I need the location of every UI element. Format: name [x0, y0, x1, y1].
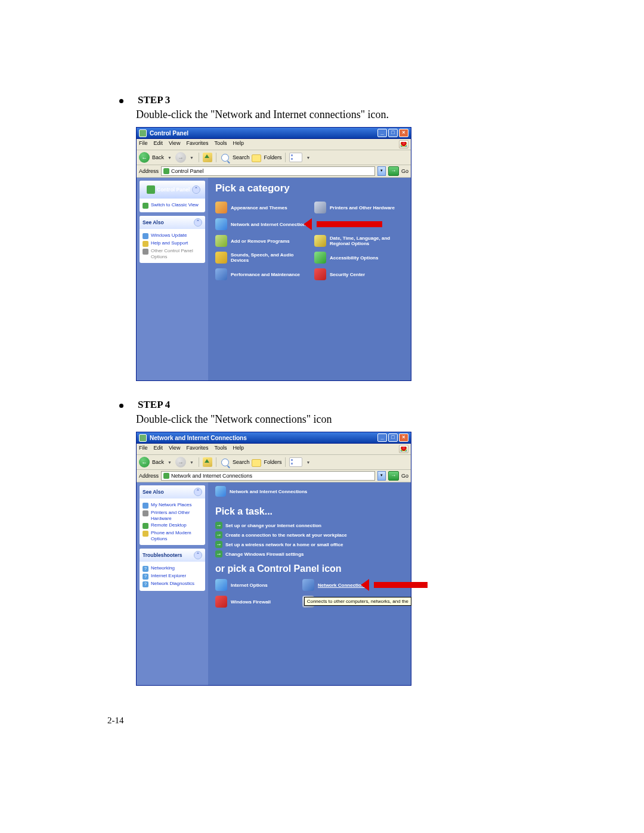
menu-favorites[interactable]: Favorites: [186, 140, 208, 148]
windows-update-link[interactable]: Windows Update: [143, 233, 202, 239]
step4-desc: Double-click the "Network connections" i…: [136, 413, 549, 426]
sidebar-head-seealso[interactable]: See Also⌃: [140, 216, 205, 229]
folders-label[interactable]: Folders: [264, 154, 281, 160]
collapse-icon[interactable]: ⌃: [194, 488, 202, 496]
sidebar: See Also⌃ My Network Places Printers and…: [137, 482, 208, 685]
close-button[interactable]: ×: [399, 433, 408, 442]
up-button[interactable]: [203, 457, 212, 467]
sidebar-head-seealso[interactable]: See Also⌃: [140, 485, 205, 498]
views-button[interactable]: [289, 153, 302, 162]
menu-view[interactable]: View: [169, 445, 180, 453]
views-drop-icon[interactable]: ▼: [306, 156, 310, 160]
task-wireless[interactable]: →Set up a wireless network for a home or…: [215, 541, 406, 548]
cp-windows-firewall[interactable]: Windows Firewall: [215, 596, 299, 608]
minimize-button[interactable]: _: [377, 433, 387, 442]
menu-file[interactable]: File: [139, 140, 148, 148]
menu-edit[interactable]: Edit: [154, 140, 163, 148]
sidebar-panel-seealso: See Also⌃ Windows Update Help and Suppor…: [140, 216, 205, 263]
cat-performance[interactable]: Performance and Maintenance: [215, 268, 311, 280]
up-button[interactable]: [203, 153, 212, 162]
cat-printers[interactable]: Printers and Other Hardware: [314, 202, 404, 213]
main-panel: Network and Internet Connections Pick a …: [208, 482, 411, 685]
forward-button[interactable]: →: [175, 152, 186, 163]
back-drop-icon[interactable]: ▼: [168, 156, 172, 160]
throbber-icon: [399, 445, 408, 453]
search-icon[interactable]: [221, 459, 229, 466]
pick-icon-title: or pick a Control Panel icon: [215, 563, 406, 574]
cp-network-connections[interactable]: Network Connections: [302, 579, 392, 591]
switch-classic-link[interactable]: Switch to Classic View: [143, 202, 202, 209]
go-button[interactable]: →: [388, 166, 399, 176]
cat-network[interactable]: Network and Internet Connections: [215, 218, 311, 230]
help-support-link[interactable]: Help and Support: [143, 240, 202, 247]
menu-tools[interactable]: Tools: [214, 140, 227, 148]
cat-sounds[interactable]: Sounds, Speech, and Audio Devices: [215, 252, 311, 264]
menu-help[interactable]: Help: [233, 140, 244, 148]
titlebar[interactable]: Network and Internet Connections _ □ ×: [137, 432, 411, 444]
back-button[interactable]: ←: [139, 457, 150, 467]
menu-edit[interactable]: Edit: [154, 445, 163, 453]
breadcrumb[interactable]: Network and Internet Connections: [215, 482, 406, 500]
sidebar-head-troubleshooters[interactable]: Troubleshooters⌃: [140, 549, 205, 562]
maximize-button[interactable]: □: [388, 129, 398, 137]
collapse-icon[interactable]: ⌃: [194, 218, 202, 227]
menu-file[interactable]: File: [139, 445, 148, 453]
globe-icon: [143, 233, 148, 239]
other-cp-link[interactable]: Other Control Panel Options: [143, 248, 202, 259]
menu-tools[interactable]: Tools: [214, 445, 227, 453]
ts-networking-link[interactable]: ?Networking: [143, 565, 202, 572]
menu-view[interactable]: View: [169, 140, 180, 148]
ts-diagnostics-link[interactable]: ?Network Diagnostics: [143, 581, 202, 587]
page-number: 2-14: [107, 716, 549, 726]
minimize-button[interactable]: _: [377, 129, 387, 137]
addremove-icon: [215, 235, 227, 247]
cat-security[interactable]: Security Center: [314, 268, 404, 280]
cp-internet-options[interactable]: Internet Options: [215, 579, 299, 591]
views-drop-icon[interactable]: ▼: [306, 460, 310, 465]
back-drop-icon[interactable]: ▼: [168, 460, 172, 465]
menu-help[interactable]: Help: [233, 445, 244, 453]
printers-hw-link[interactable]: Printers and Other Hardware: [143, 510, 202, 521]
folders-icon[interactable]: [252, 459, 261, 467]
search-label[interactable]: Search: [233, 459, 250, 465]
back-button[interactable]: ←: [139, 152, 150, 163]
network-connections-window: Network and Internet Connections _ □ × F…: [136, 432, 411, 686]
remote-desktop-link[interactable]: Remote Desktop: [143, 522, 202, 529]
address-dropdown[interactable]: ▾: [377, 471, 386, 481]
cat-accessibility[interactable]: Accessibility Options: [314, 252, 404, 264]
task-workplace[interactable]: →Create a connection to the network at y…: [215, 531, 406, 538]
forward-button[interactable]: →: [175, 457, 186, 467]
task-setup-internet[interactable]: →Set up or change your Internet connecti…: [215, 522, 406, 529]
cat-appearance[interactable]: Appearance and Themes: [215, 202, 311, 213]
control-panel-window: Control Panel _ □ × File Edit View Favor…: [136, 127, 411, 381]
folders-icon[interactable]: [252, 154, 261, 162]
address-input[interactable]: Network and Internet Connections: [161, 471, 375, 481]
go-label: Go: [401, 473, 408, 479]
fwd-drop-icon[interactable]: ▼: [190, 156, 194, 160]
titlebar[interactable]: Control Panel _ □ ×: [137, 128, 411, 139]
cat-addremove[interactable]: Add or Remove Programs: [215, 235, 311, 247]
menu-favorites[interactable]: Favorites: [186, 445, 208, 453]
go-button[interactable]: →: [388, 471, 399, 481]
toolbar: ← Back▼ →▼ Search Folders ▼: [137, 455, 411, 470]
task-firewall[interactable]: →Change Windows Firewall settings: [215, 550, 406, 558]
maximize-button[interactable]: □: [388, 433, 398, 442]
address-dropdown[interactable]: ▾: [377, 166, 386, 176]
ts-ie-link[interactable]: ?Internet Explorer: [143, 573, 202, 580]
cat-datetime[interactable]: Date, Time, Language, and Regional Optio…: [314, 235, 404, 247]
close-button[interactable]: ×: [399, 129, 408, 137]
search-icon[interactable]: [221, 154, 229, 162]
go-label: Go: [401, 168, 408, 174]
folders-label[interactable]: Folders: [264, 459, 281, 465]
collapse-icon[interactable]: ⌃: [194, 551, 202, 559]
search-label[interactable]: Search: [233, 154, 250, 160]
my-network-places-link[interactable]: My Network Places: [143, 502, 202, 509]
pick-task-title: Pick a task...: [215, 506, 406, 517]
printers-icon: [314, 202, 326, 213]
fwd-drop-icon[interactable]: ▼: [190, 460, 194, 465]
views-button[interactable]: [289, 457, 302, 467]
sidebar-head-cp[interactable]: Control Panel ⌃: [140, 181, 205, 199]
address-input[interactable]: Control Panel: [161, 166, 375, 176]
collapse-icon[interactable]: ⌃: [192, 185, 200, 194]
phone-modem-link[interactable]: Phone and Modem Options: [143, 530, 202, 541]
